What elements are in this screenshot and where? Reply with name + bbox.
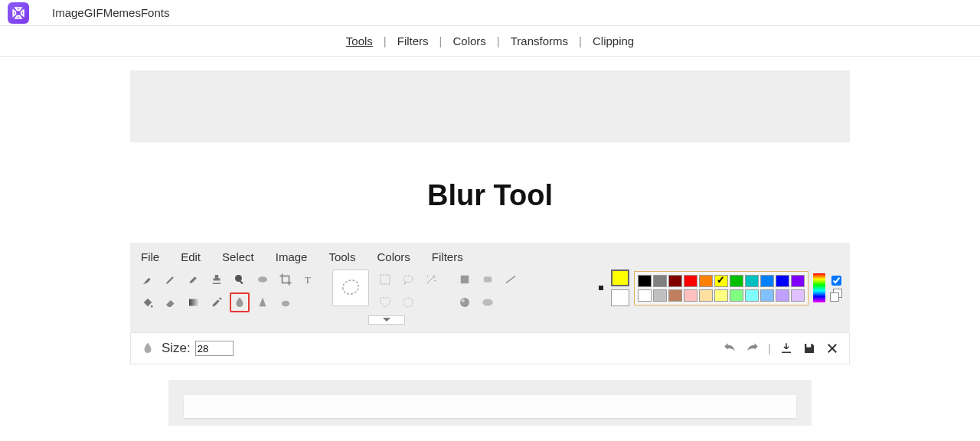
palette-swatch[interactable] [714,289,728,302]
rect-select-icon[interactable] [375,270,395,289]
picker-tool-icon[interactable] [207,292,227,312]
crop-tool-icon[interactable] [276,270,296,289]
svg-text:T: T [305,274,312,286]
palette-swatch[interactable] [699,275,713,287]
svg-point-9 [435,280,436,282]
circle-select-icon[interactable] [398,292,418,312]
ellipse-shape-icon[interactable] [478,292,498,312]
pan-tool-icon[interactable] [253,270,273,289]
menu-edit[interactable]: Edit [181,250,201,263]
palette-swatch[interactable] [684,289,697,302]
draw-tools: T [138,270,318,312]
foreground-swatch[interactable] [611,270,629,286]
editor-menubar: File Edit Select Image Tools Colors Filt… [130,243,850,270]
palette-swatch[interactable] [730,275,743,287]
marker-tool-icon[interactable] [184,270,204,289]
undo-icon[interactable] [722,341,737,356]
save-icon[interactable] [802,341,817,356]
svg-point-8 [427,276,429,277]
palette-swatch[interactable] [638,289,652,302]
svg-rect-11 [461,276,469,284]
brush-tool-icon[interactable] [138,270,158,289]
svg-point-15 [482,299,493,306]
tab-memes[interactable]: Memes [103,6,141,19]
menu-file[interactable]: File [141,250,159,263]
swap-swatches-icon[interactable] [830,289,842,301]
palette-swatch[interactable] [668,289,682,302]
stamp-tool-icon[interactable] [207,270,227,289]
shape-tools [455,270,521,312]
eraser-tool-icon[interactable] [161,292,181,312]
lasso-preview[interactable] [332,270,369,306]
tab-fonts[interactable]: Fonts [141,6,170,19]
top-tabs: Image GIF Memes Fonts [52,6,169,19]
gradient-tool-icon[interactable] [184,292,204,312]
rainbow-picker-icon[interactable] [813,273,825,302]
pencil-tool-icon[interactable] [161,270,181,289]
menu-colors[interactable]: Colors [377,250,410,263]
nav-transforms[interactable]: Transforms [511,34,568,47]
sharpen-tool-icon[interactable] [253,292,273,312]
palette-swatch[interactable] [791,289,805,302]
tab-image[interactable]: Image [52,6,84,19]
palette-swatch[interactable] [745,275,759,287]
nav-colors[interactable]: Colors [453,34,486,47]
wand-select-icon[interactable] [421,270,441,289]
nav-filters[interactable]: Filters [397,34,429,47]
size-input[interactable] [195,341,234,356]
tiny-swatch-icon [599,286,603,290]
site-logo[interactable] [8,2,29,24]
svg-point-10 [403,298,413,307]
palette-swatch[interactable] [776,275,789,287]
fill-tool-icon[interactable] [138,292,158,312]
line-shape-icon[interactable] [501,270,521,289]
selection-dropdown-icon[interactable] [368,315,405,325]
blur-tool-icon[interactable] [230,292,250,312]
palette-swatch[interactable] [668,275,682,287]
nav-clipping[interactable]: Clipping [593,34,634,47]
square-shape-icon[interactable] [455,270,475,289]
nav-tools[interactable]: Tools [346,34,373,47]
menu-image[interactable]: Image [276,250,308,263]
menu-select[interactable]: Select [222,250,254,263]
menu-filters[interactable]: Filters [432,250,463,263]
rounded-shape-icon[interactable] [478,270,498,289]
tool-options-bar: Size: | [130,332,850,364]
palette-swatch[interactable] [791,275,805,287]
palette-swatch[interactable] [653,289,667,302]
lasso-select-icon[interactable] [398,270,418,289]
text-tool-icon[interactable]: T [299,270,318,289]
main-nav: Tools | Filters | Colors | Transforms | … [0,26,980,57]
palette-swatch[interactable] [760,275,774,287]
size-label: Size: [162,341,191,356]
palette-swatch[interactable] [684,275,697,287]
background-swatch[interactable] [611,289,629,306]
palette-swatch[interactable] [638,275,652,287]
redo-icon[interactable] [745,341,760,356]
palette-swatch[interactable] [776,289,789,302]
palette-swatch[interactable] [699,289,713,302]
palette-swatch[interactable] [653,275,667,287]
editor-panel: File Edit Select Image Tools Colors Filt… [130,243,850,332]
palette-swatch[interactable] [714,275,728,287]
canvas-paper[interactable] [184,395,796,418]
tab-gif[interactable]: GIF [84,6,103,19]
palette-swatch[interactable] [745,289,759,302]
selection-tools [332,270,441,325]
close-icon[interactable] [825,341,840,356]
blur-option-icon [140,339,155,358]
download-icon[interactable] [779,341,794,356]
zoom-tool-icon[interactable] [230,270,250,289]
palette-swatch[interactable] [760,289,774,302]
palette-swatch[interactable] [730,289,743,302]
color-checkbox[interactable] [831,276,841,286]
sphere-shape-icon[interactable] [455,292,475,312]
svg-point-14 [462,299,466,303]
smudge-tool-icon[interactable] [276,292,296,312]
svg-point-5 [282,301,290,307]
heart-select-icon[interactable] [375,292,395,312]
svg-rect-6 [381,275,390,284]
empty-select [421,292,441,312]
menu-tools[interactable]: Tools [328,250,355,263]
canvas-area [168,380,812,426]
